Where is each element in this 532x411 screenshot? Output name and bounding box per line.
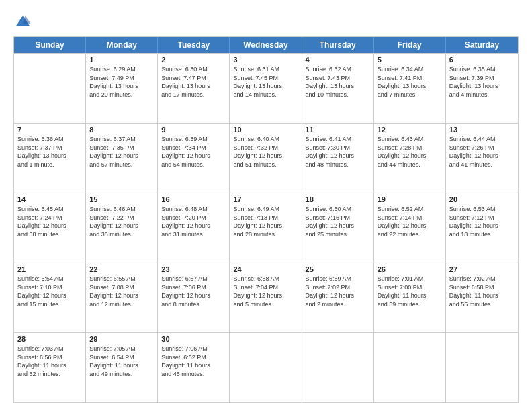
calendar-cell <box>230 333 302 402</box>
calendar-cell: 27Sunrise: 7:02 AM Sunset: 6:58 PM Dayli… <box>446 263 518 332</box>
day-number: 20 <box>449 195 515 203</box>
calendar-cell: 2Sunrise: 6:30 AM Sunset: 7:47 PM Daylig… <box>158 54 230 123</box>
day-info: Sunrise: 6:50 AM Sunset: 7:16 PM Dayligh… <box>306 205 370 238</box>
day-info: Sunrise: 6:44 AM Sunset: 7:26 PM Dayligh… <box>449 135 515 169</box>
calendar-cell: 15Sunrise: 6:46 AM Sunset: 7:22 PM Dayli… <box>86 193 158 263</box>
calendar-cell: 5Sunrise: 6:34 AM Sunset: 7:41 PM Daylig… <box>374 54 446 123</box>
day-info: Sunrise: 7:05 AM Sunset: 6:54 PM Dayligh… <box>89 345 154 378</box>
calendar-cell: 18Sunrise: 6:50 AM Sunset: 7:16 PM Dayli… <box>302 193 374 263</box>
day-number: 12 <box>378 126 442 134</box>
calendar-cell: 7Sunrise: 6:36 AM Sunset: 7:37 PM Daylig… <box>14 124 86 193</box>
day-number: 23 <box>161 265 226 273</box>
day-number: 9 <box>161 126 226 134</box>
calendar-cell <box>14 54 86 123</box>
calendar-cell: 13Sunrise: 6:44 AM Sunset: 7:26 PM Dayli… <box>446 124 518 193</box>
day-info: Sunrise: 6:59 AM Sunset: 7:02 PM Dayligh… <box>306 275 370 308</box>
page-header <box>13 11 519 30</box>
calendar-cell: 4Sunrise: 6:32 AM Sunset: 7:43 PM Daylig… <box>302 54 374 123</box>
day-info: Sunrise: 6:45 AM Sunset: 7:24 PM Dayligh… <box>17 205 82 238</box>
calendar-cell <box>374 333 446 402</box>
calendar-cell: 1Sunrise: 6:29 AM Sunset: 7:49 PM Daylig… <box>86 54 158 123</box>
day-number: 29 <box>89 335 154 343</box>
calendar-cell: 28Sunrise: 7:03 AM Sunset: 6:56 PM Dayli… <box>14 333 86 402</box>
calendar-cell: 29Sunrise: 7:05 AM Sunset: 6:54 PM Dayli… <box>86 333 158 402</box>
day-number: 10 <box>233 126 298 134</box>
calendar-cell: 14Sunrise: 6:45 AM Sunset: 7:24 PM Dayli… <box>14 193 86 263</box>
day-info: Sunrise: 6:34 AM Sunset: 7:41 PM Dayligh… <box>378 65 442 99</box>
svg-marker-1 <box>23 15 31 24</box>
day-number: 24 <box>233 265 298 273</box>
day-number: 22 <box>89 265 154 273</box>
day-number: 28 <box>17 335 82 343</box>
day-info: Sunrise: 7:02 AM Sunset: 6:58 PM Dayligh… <box>449 275 515 308</box>
calendar-cell: 9Sunrise: 6:39 AM Sunset: 7:34 PM Daylig… <box>158 124 230 193</box>
calendar-cell: 25Sunrise: 6:59 AM Sunset: 7:02 PM Dayli… <box>302 263 374 332</box>
day-info: Sunrise: 6:35 AM Sunset: 7:39 PM Dayligh… <box>449 65 515 99</box>
calendar-cell: 10Sunrise: 6:40 AM Sunset: 7:32 PM Dayli… <box>230 124 302 193</box>
calendar-header-row: SundayMondayTuesdayWednesdayThursdayFrid… <box>14 37 518 53</box>
calendar: SundayMondayTuesdayWednesdayThursdayFrid… <box>13 36 519 403</box>
day-info: Sunrise: 6:29 AM Sunset: 7:49 PM Dayligh… <box>89 65 154 99</box>
day-number: 30 <box>161 335 226 343</box>
day-info: Sunrise: 6:55 AM Sunset: 7:08 PM Dayligh… <box>89 275 154 308</box>
day-info: Sunrise: 7:03 AM Sunset: 6:56 PM Dayligh… <box>17 345 82 378</box>
calendar-cell: 24Sunrise: 6:58 AM Sunset: 7:04 PM Dayli… <box>230 263 302 332</box>
day-info: Sunrise: 6:48 AM Sunset: 7:20 PM Dayligh… <box>161 205 226 238</box>
day-info: Sunrise: 6:40 AM Sunset: 7:32 PM Dayligh… <box>233 135 298 169</box>
day-number: 27 <box>449 265 515 273</box>
calendar-row-0: 1Sunrise: 6:29 AM Sunset: 7:49 PM Daylig… <box>14 53 518 123</box>
header-cell-sunday: Sunday <box>14 37 86 53</box>
day-info: Sunrise: 6:49 AM Sunset: 7:18 PM Dayligh… <box>233 205 298 238</box>
day-number: 21 <box>17 265 82 273</box>
day-number: 3 <box>233 56 298 64</box>
day-info: Sunrise: 6:46 AM Sunset: 7:22 PM Dayligh… <box>89 205 154 238</box>
calendar-cell: 12Sunrise: 6:43 AM Sunset: 7:28 PM Dayli… <box>374 124 446 193</box>
calendar-cell: 19Sunrise: 6:52 AM Sunset: 7:14 PM Dayli… <box>374 193 446 263</box>
calendar-cell: 17Sunrise: 6:49 AM Sunset: 7:18 PM Dayli… <box>230 193 302 263</box>
day-number: 1 <box>89 56 154 64</box>
day-number: 8 <box>89 126 154 134</box>
day-number: 7 <box>17 126 82 134</box>
day-number: 25 <box>306 265 370 273</box>
logo <box>13 13 31 30</box>
day-number: 14 <box>17 195 82 203</box>
day-info: Sunrise: 6:31 AM Sunset: 7:45 PM Dayligh… <box>233 65 298 99</box>
day-number: 15 <box>89 195 154 203</box>
day-info: Sunrise: 7:06 AM Sunset: 6:52 PM Dayligh… <box>161 345 226 378</box>
calendar-cell <box>446 333 518 402</box>
day-number: 5 <box>378 56 442 64</box>
day-info: Sunrise: 6:39 AM Sunset: 7:34 PM Dayligh… <box>161 135 226 169</box>
calendar-cell: 20Sunrise: 6:53 AM Sunset: 7:12 PM Dayli… <box>446 193 518 263</box>
day-info: Sunrise: 6:52 AM Sunset: 7:14 PM Dayligh… <box>378 205 442 238</box>
day-info: Sunrise: 6:36 AM Sunset: 7:37 PM Dayligh… <box>17 135 82 169</box>
day-number: 6 <box>449 56 515 64</box>
day-number: 26 <box>378 265 442 273</box>
calendar-row-2: 14Sunrise: 6:45 AM Sunset: 7:24 PM Dayli… <box>14 193 518 263</box>
calendar-row-3: 21Sunrise: 6:54 AM Sunset: 7:10 PM Dayli… <box>14 263 518 332</box>
header-cell-saturday: Saturday <box>446 37 518 53</box>
calendar-cell: 30Sunrise: 7:06 AM Sunset: 6:52 PM Dayli… <box>158 333 230 402</box>
calendar-cell: 23Sunrise: 6:57 AM Sunset: 7:06 PM Dayli… <box>158 263 230 332</box>
calendar-cell: 3Sunrise: 6:31 AM Sunset: 7:45 PM Daylig… <box>230 54 302 123</box>
day-info: Sunrise: 7:01 AM Sunset: 7:00 PM Dayligh… <box>378 275 442 308</box>
day-info: Sunrise: 6:30 AM Sunset: 7:47 PM Dayligh… <box>161 65 226 99</box>
day-info: Sunrise: 6:53 AM Sunset: 7:12 PM Dayligh… <box>449 205 515 238</box>
day-number: 18 <box>306 195 370 203</box>
header-cell-monday: Monday <box>86 37 158 53</box>
day-number: 4 <box>306 56 370 64</box>
day-info: Sunrise: 6:43 AM Sunset: 7:28 PM Dayligh… <box>378 135 442 169</box>
day-info: Sunrise: 6:32 AM Sunset: 7:43 PM Dayligh… <box>306 65 370 99</box>
day-info: Sunrise: 6:41 AM Sunset: 7:30 PM Dayligh… <box>306 135 370 169</box>
day-info: Sunrise: 6:37 AM Sunset: 7:35 PM Dayligh… <box>89 135 154 169</box>
calendar-cell <box>302 333 374 402</box>
calendar-cell: 16Sunrise: 6:48 AM Sunset: 7:20 PM Dayli… <box>158 193 230 263</box>
header-cell-friday: Friday <box>374 37 446 53</box>
day-number: 11 <box>306 126 370 134</box>
day-number: 19 <box>378 195 442 203</box>
logo-icon <box>15 13 31 30</box>
calendar-cell: 21Sunrise: 6:54 AM Sunset: 7:10 PM Dayli… <box>14 263 86 332</box>
day-number: 13 <box>449 126 515 134</box>
day-number: 2 <box>161 56 226 64</box>
calendar-page: SundayMondayTuesdayWednesdayThursdayFrid… <box>0 0 532 411</box>
day-number: 16 <box>161 195 226 203</box>
